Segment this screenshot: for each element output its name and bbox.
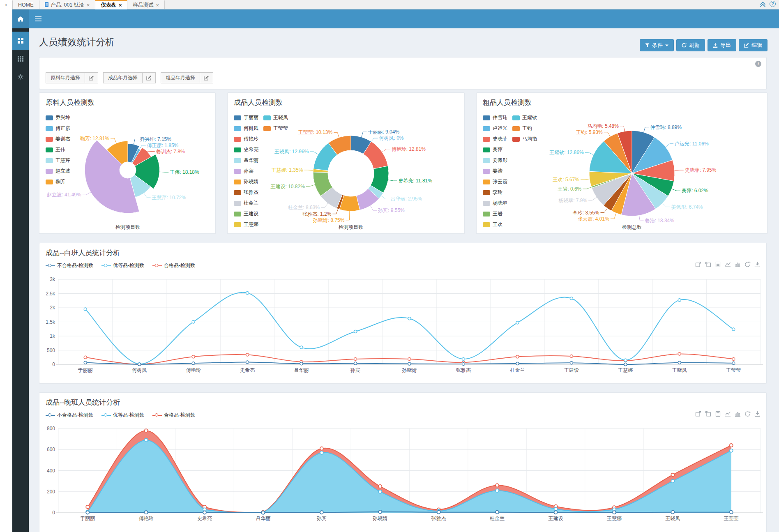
legend-item[interactable]: 吴萍 (483, 146, 507, 153)
data-point-marker[interactable] (86, 505, 89, 509)
legend-item[interactable]: 史希亮 (234, 146, 258, 153)
data-point-marker[interactable] (320, 511, 323, 514)
home-button[interactable] (12, 9, 29, 28)
close-icon[interactable]: × (87, 2, 90, 8)
edit-square-icon[interactable] (143, 72, 156, 83)
data-point-marker[interactable] (378, 510, 382, 514)
sidebar-item-grid[interactable] (12, 50, 29, 68)
data-point-marker[interactable] (246, 361, 249, 364)
data-point-marker[interactable] (145, 511, 148, 514)
legend-item[interactable]: 王莹莹 (263, 125, 288, 132)
data-point-marker[interactable] (354, 357, 357, 360)
data-point-marker[interactable] (145, 438, 148, 442)
data-point-marker[interactable] (678, 299, 681, 302)
legend-item[interactable]: 优等品-检测数 (101, 412, 144, 419)
legend-item[interactable]: 赵立波 (46, 168, 70, 175)
legend-item[interactable]: 马均艳 (512, 136, 537, 143)
data-point-marker[interactable] (203, 511, 206, 514)
download-icon[interactable] (754, 261, 761, 267)
data-point-marker[interactable] (138, 363, 141, 366)
data-point-marker[interactable] (496, 489, 499, 492)
legend-item[interactable]: 李玲 (483, 189, 507, 196)
close-icon[interactable]: × (156, 2, 159, 8)
legend-item[interactable]: 杜金兰 (234, 200, 258, 207)
data-point-marker[interactable] (462, 362, 465, 365)
data-point-marker[interactable] (624, 359, 627, 362)
data-point-marker[interactable] (570, 362, 573, 364)
legend-item[interactable]: 优等品-检测数 (101, 262, 144, 269)
data-point-marker[interactable] (671, 511, 674, 514)
bar-chart-icon[interactable] (735, 261, 741, 267)
sidebar-item-settings[interactable] (12, 68, 29, 86)
legend-item[interactable]: 傅正彦 (46, 125, 70, 132)
legend-item[interactable]: 合格品-检测数 (152, 412, 195, 419)
data-point-marker[interactable] (496, 484, 499, 487)
raw-month-filter-button[interactable]: 原料年月选择 (46, 72, 85, 83)
data-point-marker[interactable] (496, 511, 499, 514)
data-point-marker[interactable] (246, 353, 249, 356)
refresh-button[interactable]: 刷新 (676, 39, 705, 51)
legend-item[interactable]: 张云霞 (483, 178, 507, 185)
data-point-marker[interactable] (261, 511, 265, 514)
data-point-marker[interactable] (516, 355, 519, 358)
restore-icon[interactable] (744, 411, 751, 417)
data-point-marker[interactable] (730, 449, 733, 452)
legend-item[interactable]: 不合格品-检测数 (46, 262, 93, 269)
data-point-marker[interactable] (516, 362, 519, 365)
data-point-marker[interactable] (300, 346, 303, 349)
data-point-marker[interactable] (732, 357, 735, 360)
export-button[interactable]: 导出 (708, 39, 736, 51)
data-point-marker[interactable] (613, 511, 616, 514)
legend-item[interactable]: 吕华丽 (234, 157, 258, 164)
legend-item[interactable]: 姜训杰 (46, 136, 70, 143)
legend-item[interactable]: 王欢 (483, 221, 507, 228)
legend-item[interactable]: 何树凤 (234, 125, 258, 132)
data-point-marker[interactable] (192, 320, 195, 323)
legend-item[interactable]: 仲雪玮 (483, 114, 507, 121)
data-point-marker[interactable] (86, 511, 89, 514)
legend-item[interactable]: 孙宾 (234, 168, 258, 175)
bar-chart-icon[interactable] (735, 411, 741, 417)
crude-month-filter-button[interactable]: 粗品年月选择 (161, 72, 200, 83)
line-chart-icon[interactable] (725, 261, 731, 267)
finished-month-filter-button[interactable]: 成品年月选择 (103, 72, 143, 83)
data-point-marker[interactable] (570, 355, 573, 357)
data-point-marker[interactable] (145, 429, 148, 432)
data-point-marker[interactable] (378, 490, 382, 493)
data-point-marker[interactable] (84, 361, 87, 364)
data-point-marker[interactable] (732, 362, 735, 364)
legend-item[interactable]: 王钧 (512, 125, 537, 132)
data-point-marker[interactable] (408, 357, 411, 360)
data-point-marker[interactable] (624, 363, 627, 366)
legend-item[interactable]: 王耀钦 (512, 114, 537, 121)
line-chart-icon[interactable] (725, 411, 731, 417)
tab-sample-test[interactable]: 样品测试 × (127, 0, 165, 9)
help-icon[interactable]: ? (770, 1, 776, 7)
legend-item[interactable]: 张雅杰 (234, 189, 258, 196)
data-point-marker[interactable] (678, 361, 681, 364)
data-view-icon[interactable] (715, 261, 721, 267)
legend-item[interactable]: 王慧芹 (46, 157, 70, 164)
data-point-marker[interactable] (462, 357, 465, 360)
edit-button[interactable]: 编辑 (739, 39, 767, 51)
tab-product[interactable]: 产品: 001 钛渣 × (39, 0, 96, 9)
legend-item[interactable]: 王晓凤 (263, 114, 288, 121)
data-point-marker[interactable] (354, 330, 357, 333)
legend-item[interactable]: 杨晓翠 (483, 200, 507, 207)
data-point-marker[interactable] (570, 297, 573, 300)
legend-item[interactable]: 于丽丽 (234, 114, 258, 121)
sidebar-item-dashboards[interactable] (12, 32, 29, 50)
data-point-marker[interactable] (678, 352, 681, 355)
data-view-icon[interactable] (715, 411, 721, 417)
data-point-marker[interactable] (84, 356, 87, 359)
legend-item[interactable]: 王慧娜 (234, 221, 258, 228)
edit-square-icon[interactable] (85, 72, 98, 83)
data-point-marker[interactable] (437, 511, 440, 514)
data-point-marker[interactable] (354, 362, 357, 365)
data-point-marker[interactable] (554, 507, 558, 511)
data-point-marker[interactable] (300, 362, 303, 365)
menu-icon[interactable] (35, 16, 41, 21)
data-point-marker[interactable] (671, 479, 674, 483)
legend-item[interactable]: 卢运光 (483, 125, 507, 132)
zoom-reset-icon[interactable] (705, 261, 711, 267)
